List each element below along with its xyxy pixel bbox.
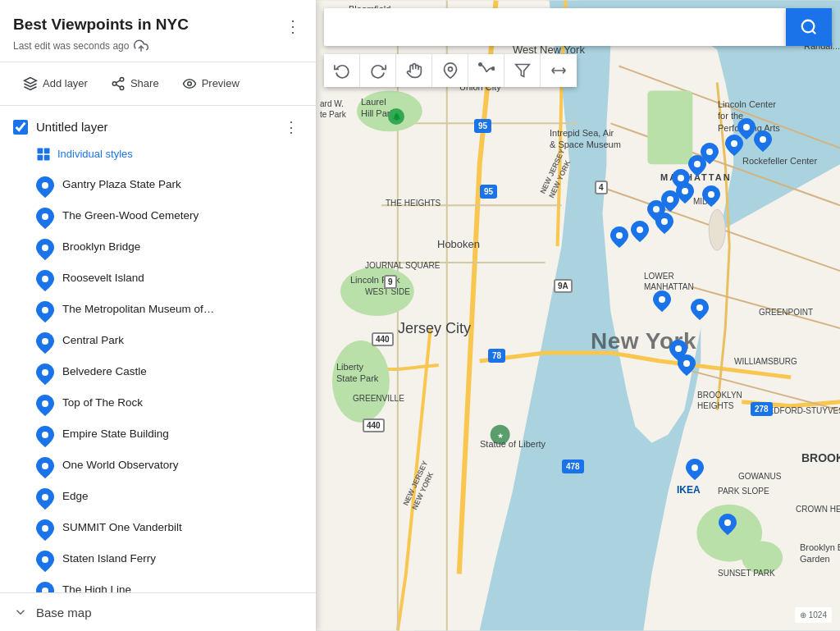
place-item-14[interactable]: The High Line [0,575,316,592]
svg-point-45 [478,63,481,66]
place-name: Belvedere Castle [62,364,147,380]
svg-rect-36 [647,90,692,164]
share-icon [111,76,126,91]
place-pin [36,364,54,382]
svg-point-46 [491,67,494,70]
search-input[interactable] [324,8,786,46]
map-pin-2[interactable] [737,118,756,139]
svg-point-24 [42,556,48,563]
svg-rect-11 [44,154,50,160]
svg-point-33 [357,90,422,131]
place-name: Staten Island Ferry [62,551,156,567]
svg-point-13 [42,213,48,220]
places-list: Gantry Plaza State Park The Green-Wood C… [0,170,316,592]
layers-section: Untitled layer ⋮ Individual styles Gantr… [0,106,316,592]
place-item-4[interactable]: Roosevelt Island [0,263,316,295]
ruler-button[interactable] [541,54,577,87]
preview-label: Preview [202,77,240,89]
map-pin-3[interactable] [754,130,772,152]
place-pin [36,395,54,413]
place-name: One World Observatory [62,458,179,473]
map-area[interactable]: ★ [316,0,840,631]
place-item-3[interactable]: Brooklyn Bridge [0,232,316,263]
share-label: Share [130,77,159,89]
preview-button[interactable]: Preview [172,71,249,97]
map-pin-19[interactable] [610,226,628,248]
line-icon [478,62,495,79]
map-pin-5[interactable] [688,155,706,176]
sidebar-subtitle: Last edit was seconds ago [13,39,303,53]
svg-point-14 [42,245,48,251]
svg-point-42 [802,21,815,33]
undo-button[interactable] [324,54,360,87]
place-name: Brooklyn Bridge [62,240,140,255]
map-pin-16[interactable] [719,514,737,535]
map-pin-13[interactable] [691,299,709,320]
place-item-10[interactable]: One World Observatory [0,450,316,482]
place-pin [36,582,54,592]
svg-point-7 [187,81,191,85]
place-pin [36,551,54,569]
place-item-9[interactable]: Empire State Building [0,419,316,450]
layer-checkbox[interactable] [13,120,28,135]
place-item-11[interactable]: Edge [0,482,316,513]
svg-point-58 [675,345,682,352]
svg-text:★: ★ [497,432,504,440]
map-pin-12[interactable] [678,354,696,376]
place-item-13[interactable]: Staten Island Ferry [0,544,316,575]
svg-point-34 [340,267,414,316]
svg-line-43 [812,30,815,34]
place-pin [36,239,54,257]
place-name: Edge [62,489,89,505]
place-item-2[interactable]: The Green-Wood Cemetery [0,201,316,232]
filter-button[interactable] [504,54,541,87]
svg-line-6 [116,80,120,83]
svg-marker-1 [25,77,37,84]
place-name: The Metropolitan Museum of… [62,302,214,318]
hand-icon [406,62,422,79]
svg-point-35 [332,341,390,423]
undo-icon [334,62,350,79]
svg-point-20 [42,432,48,438]
svg-point-38 [742,542,783,574]
place-item-6[interactable]: Central Park [0,326,316,357]
place-name: Empire State Building [62,427,169,442]
sidebar-header: Best Viewpoints in NYC Last edit was sec… [0,0,316,62]
place-item-12[interactable]: SUMMIT One Vanderbilt [0,513,316,544]
hand-tool-button[interactable] [396,54,432,87]
svg-point-55 [667,196,673,203]
individual-styles-button[interactable]: Individual styles [0,144,316,170]
place-item-8[interactable]: Top of The Rock [0,388,316,419]
svg-line-5 [116,85,120,87]
svg-point-59 [683,360,690,367]
map-pin-17[interactable] [655,213,673,234]
add-layer-button[interactable]: Add layer [13,71,98,97]
layers-icon [23,76,38,91]
svg-point-65 [637,226,643,233]
redo-button[interactable] [360,54,396,87]
place-name: The Green-Wood Cemetery [62,208,199,224]
header-menu-button[interactable]: ⋮ [280,13,306,39]
place-item-7[interactable]: Belvedere Castle [0,357,316,388]
draw-line-button[interactable] [468,54,504,87]
svg-point-19 [42,400,48,407]
svg-rect-9 [44,148,50,153]
map-pin-14[interactable] [702,185,720,207]
svg-point-61 [708,191,714,198]
place-item-5[interactable]: The Metropolitan Museum of… [0,295,316,326]
map-pin-10[interactable] [653,290,671,312]
layer-menu-button[interactable]: ⋮ [280,116,303,139]
sidebar: Best Viewpoints in NYC Last edit was sec… [0,0,316,631]
place-item-1[interactable]: Gantry Plaza State Park [0,170,316,201]
svg-point-21 [42,463,48,469]
map-pin-18[interactable] [631,221,649,242]
search-button[interactable] [786,8,832,46]
base-map-section[interactable]: Base map [0,592,316,631]
svg-point-60 [696,304,703,311]
svg-point-52 [694,161,701,167]
place-pin [36,208,54,226]
svg-point-48 [731,140,737,147]
add-marker-button[interactable] [432,54,468,87]
map-pin-15[interactable] [686,459,704,480]
share-button[interactable]: Share [101,71,169,97]
